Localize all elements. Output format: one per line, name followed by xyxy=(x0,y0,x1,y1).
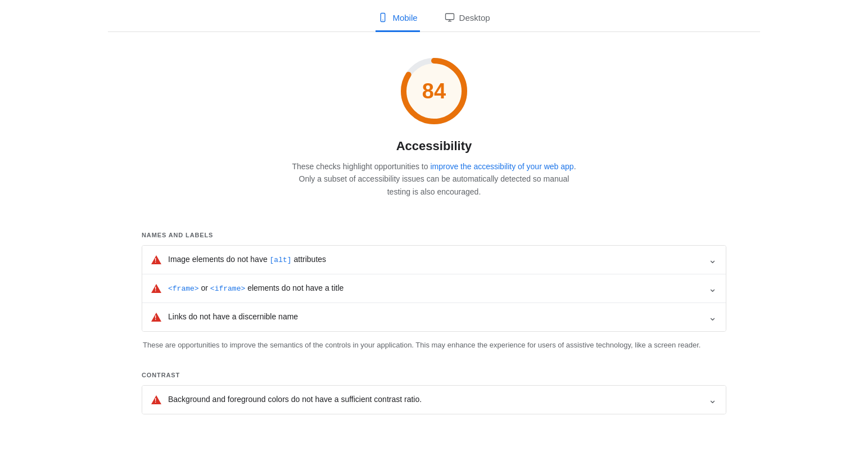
mobile-icon xyxy=(378,12,388,22)
audit-item-img-alt-left: Image elements do not have [alt] attribu… xyxy=(151,254,326,265)
audit-item-img-alt-text: Image elements do not have [alt] attribu… xyxy=(168,254,326,265)
audit-item-link-name-text: Links do not have a discernible name xyxy=(168,311,298,323)
contrast-section: CONTRAST Background and foreground color… xyxy=(108,372,760,414)
chevron-frame-title: ⌄ xyxy=(708,282,717,295)
score-value: 84 xyxy=(422,79,446,103)
tab-mobile-label: Mobile xyxy=(392,13,417,22)
error-icon-frame-title xyxy=(151,284,161,293)
contrast-title: CONTRAST xyxy=(142,372,726,378)
audit-item-color-contrast-text: Background and foreground colors do not … xyxy=(168,394,422,405)
chevron-color-contrast: ⌄ xyxy=(708,394,717,406)
chevron-link-name: ⌄ xyxy=(708,311,717,323)
audit-item-frame-title-text: <frame> or <iframe> elements do not have… xyxy=(168,283,343,294)
error-icon-img-alt xyxy=(151,255,161,264)
names-and-labels-list: Image elements do not have [alt] attribu… xyxy=(142,245,726,332)
error-icon-link-name xyxy=(151,313,161,322)
score-desc-before: These checks highlight opportunities to xyxy=(292,162,430,171)
chevron-img-alt: ⌄ xyxy=(708,254,717,266)
score-section: 84 Accessibility These checks highlight … xyxy=(108,32,760,209)
names-and-labels-section: NAMES AND LABELS Image elements do not h… xyxy=(108,232,760,351)
audit-item-frame-title[interactable]: <frame> or <iframe> elements do not have… xyxy=(142,274,726,303)
audit-item-link-name-left: Links do not have a discernible name xyxy=(151,311,298,323)
svg-rect-2 xyxy=(445,13,454,20)
audit-item-frame-title-left: <frame> or <iframe> elements do not have… xyxy=(151,283,343,294)
audit-item-color-contrast[interactable]: Background and foreground colors do not … xyxy=(142,386,726,414)
audit-item-color-contrast-left: Background and foreground colors do not … xyxy=(151,394,422,405)
score-desc-link[interactable]: improve the accessibility of your web ap… xyxy=(430,162,573,171)
names-and-labels-title: NAMES AND LABELS xyxy=(142,232,726,238)
score-title: Accessibility xyxy=(396,139,472,153)
tab-mobile[interactable]: Mobile xyxy=(376,7,419,32)
tab-bar: Mobile Desktop xyxy=(108,0,760,32)
tab-desktop-label: Desktop xyxy=(459,13,490,22)
audit-item-img-alt[interactable]: Image elements do not have [alt] attribu… xyxy=(142,246,726,274)
code-alt: [alt] xyxy=(270,256,292,264)
error-icon-color-contrast xyxy=(151,395,161,404)
code-frame: <frame> xyxy=(168,285,199,293)
contrast-list: Background and foreground colors do not … xyxy=(142,385,726,414)
desktop-icon xyxy=(445,12,455,22)
audit-item-link-name[interactable]: Links do not have a discernible name ⌄ xyxy=(142,303,726,331)
tab-desktop[interactable]: Desktop xyxy=(442,7,492,32)
code-iframe: <iframe> xyxy=(210,285,245,293)
score-circle: 84 xyxy=(397,55,471,128)
score-description: These checks highlight opportunities to … xyxy=(288,160,580,198)
names-and-labels-note: These are opportunities to improve the s… xyxy=(142,340,726,351)
